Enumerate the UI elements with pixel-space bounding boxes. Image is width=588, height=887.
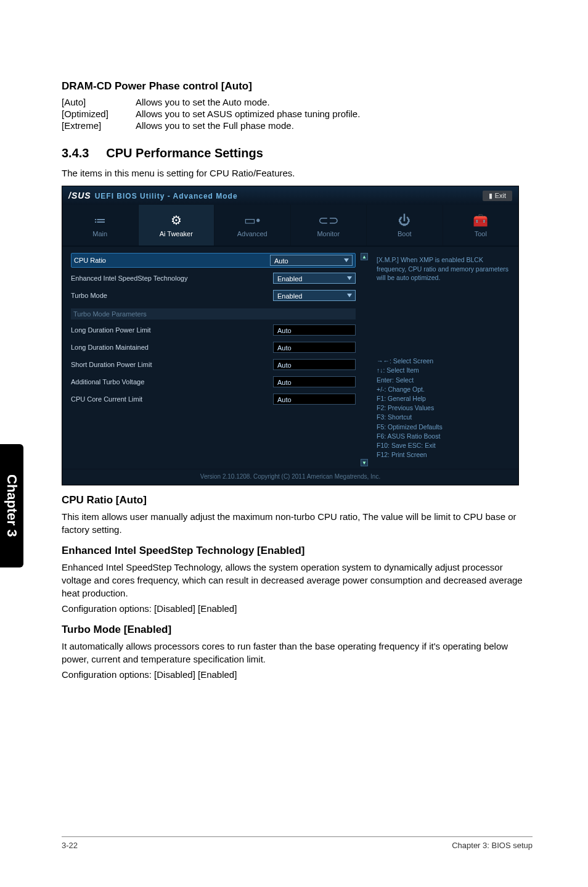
setting-label: Short Duration Power Limit bbox=[71, 361, 273, 368]
setting-value-input[interactable]: Auto bbox=[273, 359, 356, 370]
section-intro: The items in this menu is setting for CP… bbox=[62, 167, 533, 179]
tab-ai-tweaker[interactable]: ⚙ Ai Tweaker bbox=[139, 205, 215, 245]
monitor-icon: ⊂⊃ bbox=[318, 213, 339, 228]
exit-icon: ▮ bbox=[489, 192, 492, 200]
setting-value-input[interactable]: Auto bbox=[273, 324, 356, 336]
table-row: [Auto] Allows you to set the Auto mode. bbox=[62, 96, 366, 108]
key-help-line: F1: General Help bbox=[377, 394, 510, 403]
setting-label: Enhanced Intel SpeedStep Technology bbox=[71, 274, 273, 282]
key-help-line: F3: Shortcut bbox=[377, 413, 510, 422]
exit-button[interactable]: ▮ Exit bbox=[483, 191, 512, 201]
chapter-side-tab: Chapter 3 bbox=[0, 444, 23, 567]
setting-value-input[interactable]: Auto bbox=[273, 394, 356, 405]
bios-mode-label: UEFI BIOS Utility - Advanced Mode bbox=[95, 192, 238, 200]
tab-advanced[interactable]: ▭• Advanced bbox=[214, 205, 291, 245]
setting-row[interactable]: Additional Turbo Voltage Auto bbox=[71, 375, 356, 389]
bios-brand: /SUS UEFI BIOS Utility - Advanced Mode bbox=[68, 191, 238, 200]
cpu-ratio-title: CPU Ratio [Auto] bbox=[62, 494, 533, 506]
opt-key: [Auto] bbox=[62, 96, 136, 108]
key-help-line: F5: Optimized Defaults bbox=[377, 423, 510, 432]
bios-screenshot: /SUS UEFI BIOS Utility - Advanced Mode ▮… bbox=[62, 186, 519, 485]
tab-label: Advanced bbox=[237, 230, 267, 237]
body-text: Configuration options: [Disabled] [Enabl… bbox=[62, 668, 533, 681]
list-icon: ≔ bbox=[94, 213, 106, 228]
setting-label: Long Duration Power Limit bbox=[71, 326, 273, 334]
section-title: CPU Performance Settings bbox=[106, 146, 263, 160]
setting-row-turbo-mode[interactable]: Turbo Mode Enabled bbox=[71, 289, 356, 302]
page-footer: 3-22 Chapter 3: BIOS setup bbox=[62, 836, 533, 850]
setting-label: Turbo Mode bbox=[71, 292, 273, 299]
tab-label: Monitor bbox=[317, 230, 340, 237]
key-help-line: F12: Print Screen bbox=[377, 450, 510, 460]
bios-right-pane: [X.M.P.] When XMP is enabled BLCK freque… bbox=[377, 253, 510, 466]
tab-monitor[interactable]: ⊂⊃ Monitor bbox=[291, 205, 367, 245]
opt-key: [Extreme] bbox=[62, 120, 136, 131]
tab-label: Ai Tweaker bbox=[160, 230, 193, 237]
key-help-line: →←: Select Screen bbox=[377, 357, 510, 366]
tab-main[interactable]: ≔ Main bbox=[62, 205, 139, 245]
opt-val: Allows you to set the Auto mode. bbox=[136, 96, 366, 108]
bios-tab-bar: ≔ Main ⚙ Ai Tweaker ▭• Advanced ⊂⊃ Monit… bbox=[62, 205, 518, 247]
setting-row[interactable]: Short Duration Power Limit Auto bbox=[71, 358, 356, 371]
setting-value-combo[interactable]: Enabled bbox=[273, 273, 356, 284]
key-help-line: Enter: Select bbox=[377, 376, 510, 385]
setting-label: CPU Ratio bbox=[74, 257, 270, 264]
key-help-list: →←: Select Screen ↑↓: Select Item Enter:… bbox=[377, 357, 510, 460]
key-help-line: F6: ASUS Ratio Boost bbox=[377, 432, 510, 441]
chip-icon: ▭• bbox=[244, 213, 260, 228]
tab-tool[interactable]: 🧰 Tool bbox=[443, 205, 519, 245]
setting-label: CPU Core Current Limit bbox=[71, 395, 273, 403]
speedstep-title: Enhanced Intel SpeedStep Technology [Ena… bbox=[62, 545, 533, 557]
body-text: Configuration options: [Disabled] [Enabl… bbox=[62, 602, 533, 615]
setting-value-input[interactable]: Auto bbox=[273, 342, 356, 353]
setting-row[interactable]: Long Duration Power Limit Auto bbox=[71, 323, 356, 337]
key-help-line: ↑↓: Select Item bbox=[377, 366, 510, 375]
opt-val: Allows you to set ASUS optimized phase t… bbox=[136, 108, 366, 120]
turbo-mode-title: Turbo Mode [Enabled] bbox=[62, 624, 533, 636]
opt-key: [Optimized] bbox=[62, 108, 136, 120]
group-header-turbo-params: Turbo Mode Parameters bbox=[71, 308, 356, 320]
tab-label: Tool bbox=[475, 230, 487, 237]
opt-val: Allows you to set the Full phase mode. bbox=[136, 120, 366, 131]
tab-label: Boot bbox=[398, 230, 412, 237]
setting-value-combo[interactable]: Enabled bbox=[273, 290, 356, 301]
section-number: 3.4.3 bbox=[62, 146, 89, 160]
section-heading: 3.4.3 CPU Performance Settings bbox=[62, 146, 533, 160]
bios-body: CPU Ratio Auto Enhanced Intel SpeedStep … bbox=[62, 247, 518, 469]
setting-label: Long Duration Maintained bbox=[71, 344, 273, 351]
bios-left-pane: CPU Ratio Auto Enhanced Intel SpeedStep … bbox=[71, 253, 368, 466]
exit-label: Exit bbox=[495, 192, 506, 199]
table-row: [Extreme] Allows you to set the Full pha… bbox=[62, 120, 366, 131]
asus-logo-text: /SUS bbox=[68, 191, 91, 200]
body-text: This item allows user manually adjust th… bbox=[62, 510, 533, 536]
scroll-up-icon[interactable]: ▲ bbox=[361, 253, 368, 260]
key-help-line: F10: Save ESC: Exit bbox=[377, 441, 510, 450]
dram-options-table: [Auto] Allows you to set the Auto mode. … bbox=[62, 96, 366, 131]
setting-row-speedstep[interactable]: Enhanced Intel SpeedStep Technology Enab… bbox=[71, 271, 356, 285]
tweaker-icon: ⚙ bbox=[171, 213, 182, 228]
bios-version-footer: Version 2.10.1208. Copyright (C) 2011 Am… bbox=[62, 469, 518, 485]
body-text: It automatically allows processors cores… bbox=[62, 640, 533, 666]
footer-chapter: Chapter 3: BIOS setup bbox=[452, 841, 533, 850]
table-row: [Optimized] Allows you to set ASUS optim… bbox=[62, 108, 366, 120]
scrollbar[interactable]: ▲ ▼ bbox=[361, 253, 368, 466]
setting-row[interactable]: CPU Core Current Limit Auto bbox=[71, 392, 356, 406]
setting-value-combo[interactable]: Auto bbox=[270, 255, 353, 266]
setting-label: Additional Turbo Voltage bbox=[71, 378, 273, 386]
bios-titlebar: /SUS UEFI BIOS Utility - Advanced Mode ▮… bbox=[62, 186, 518, 205]
context-help-text: [X.M.P.] When XMP is enabled BLCK freque… bbox=[377, 255, 510, 283]
setting-row-cpu-ratio[interactable]: CPU Ratio Auto bbox=[71, 253, 356, 268]
setting-row[interactable]: Long Duration Maintained Auto bbox=[71, 340, 356, 354]
key-help-line: F2: Previous Values bbox=[377, 403, 510, 413]
tab-label: Main bbox=[92, 230, 107, 237]
key-help-line: +/-: Change Opt. bbox=[377, 385, 510, 394]
dram-title: DRAM-CD Power Phase control [Auto] bbox=[62, 80, 533, 93]
scroll-down-icon[interactable]: ▼ bbox=[361, 459, 368, 466]
setting-value-input[interactable]: Auto bbox=[273, 376, 356, 387]
page-content: DRAM-CD Power Phase control [Auto] [Auto… bbox=[0, 0, 588, 681]
tab-boot[interactable]: ⏻ Boot bbox=[367, 205, 443, 245]
toolbox-icon: 🧰 bbox=[473, 213, 488, 228]
body-text: Enhanced Intel SpeedStep Technology, all… bbox=[62, 561, 533, 600]
power-icon: ⏻ bbox=[398, 213, 410, 228]
page-number: 3-22 bbox=[62, 841, 78, 850]
